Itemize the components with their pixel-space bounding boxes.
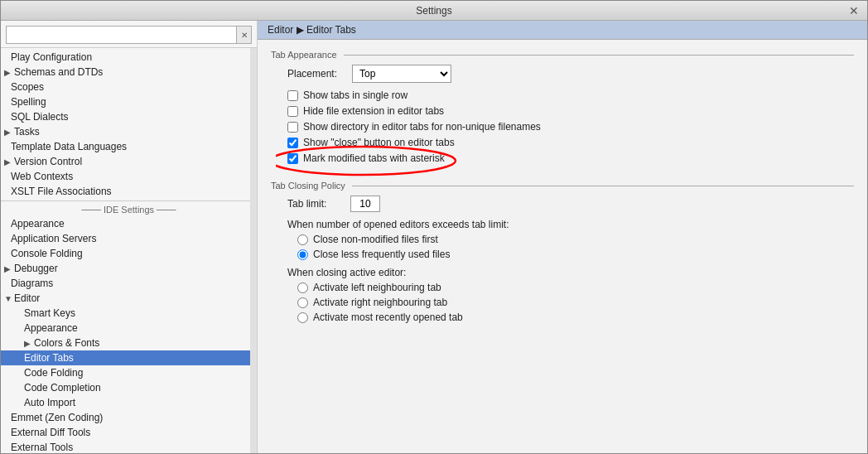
checkbox-close-button: Show "close" button on editor tabs [287,137,854,148]
radio-activate-recent: Activate most recently opened tab [297,312,854,323]
sidebar-item-emmet[interactable]: Emmet (Zen Coding) [1,410,257,425]
sidebar-item-xslt-file-associations[interactable]: XSLT File Associations [1,184,257,199]
sidebar-item-tasks[interactable]: ▶Tasks [1,124,257,139]
placement-row: Placement: Top Bottom Left Right None [287,65,854,83]
sidebar-item-code-completion[interactable]: Code Completion [1,380,257,395]
sidebar-item-editor-tabs[interactable]: Editor Tabs [1,350,257,365]
sidebar-item-auto-import[interactable]: Auto Import [1,395,257,410]
closing-radio-group: Activate left neighbouring tab Activate … [297,282,854,323]
left-panel: ✕ Play Configuration ▶Schemas and DTDs S… [1,21,258,453]
activate-right-radio[interactable] [297,297,308,308]
sidebar-item-console-folding[interactable]: Console Folding [1,246,257,261]
radio-close-less-frequent: Close less frequently used files [297,249,854,260]
sidebar-item-smart-keys[interactable]: Smart Keys [1,306,257,321]
when-closing-label: When closing active editor: [287,267,854,278]
close-button-label: Show "close" button on editor tabs [303,137,455,148]
sidebar-item-colors-fonts[interactable]: ▶Colors & Fonts [1,336,257,350]
close-less-frequent-radio[interactable] [297,249,308,260]
right-panel: Editor ▶ Editor Tabs Tab Appearance Plac… [258,21,867,453]
sidebar-item-external-tools[interactable]: External Tools [1,440,257,453]
left-panel-scrollbar[interactable] [250,48,257,453]
sidebar-item-scopes[interactable]: Scopes [1,80,257,94]
tab-closing-section: Tab Closing Policy Tab limit: When numbe… [271,181,854,323]
sidebar-item-diagrams[interactable]: Diagrams [1,276,257,291]
sidebar-item-sql-dialects[interactable]: SQL Dialects [1,109,257,124]
ide-settings-header: ─── IDE Settings ─── [1,200,257,216]
activate-recent-radio[interactable] [297,312,308,323]
checkbox-show-directory: Show directory in editor tabs for non-un… [287,121,854,133]
tab-limit-row: Tab limit: [287,196,854,212]
search-input[interactable] [6,26,237,44]
settings-content: Tab Appearance Placement: Top Bottom Lef… [258,40,867,340]
sidebar-item-code-folding[interactable]: Code Folding [1,365,257,380]
tab-limit-label: Tab limit: [287,198,345,210]
sidebar-item-template-data-languages[interactable]: Template Data Languages [1,139,257,154]
hide-extension-checkbox[interactable] [287,106,298,117]
checkbox-mark-modified: Mark modified tabs with asterisk [287,152,445,164]
sidebar-item-external-diff-tools[interactable]: External Diff Tools [1,425,257,440]
sidebar-item-appearance[interactable]: Appearance [1,216,257,231]
radio-activate-left: Activate left neighbouring tab [297,282,854,293]
sidebar-item-schemas-dtds[interactable]: ▶Schemas and DTDs [1,65,257,80]
mark-modified-label: Mark modified tabs with asterisk [303,152,445,164]
close-button-checkbox[interactable] [287,138,298,148]
single-row-checkbox[interactable] [287,90,298,101]
single-row-label: Show tabs in single row [303,89,407,101]
search-bar: ✕ [1,21,257,48]
tree-list: Play Configuration ▶Schemas and DTDs Sco… [1,48,257,453]
tab-appearance-section-title: Tab Appearance [271,50,854,60]
tab-closing-section-title: Tab Closing Policy [271,181,854,191]
sidebar-item-web-contexts[interactable]: Web Contexts [1,169,257,184]
breadcrumb-part1: Editor [268,24,293,36]
show-directory-label: Show directory in editor tabs for non-un… [303,121,541,133]
radio-activate-right: Activate right neighbouring tab [297,297,854,308]
settings-window: Settings ✕ ✕ Play Configuration ▶Schemas… [0,0,868,454]
checkbox-hide-extension: Hide file extension in editor tabs [287,105,854,117]
sidebar-item-appearance-editor[interactable]: Appearance [1,321,257,336]
breadcrumb-separator: ▶ [293,24,306,36]
sidebar-item-play-config[interactable]: Play Configuration [1,50,257,65]
search-clear-button[interactable]: ✕ [237,26,252,44]
tab-limit-input[interactable] [350,196,380,212]
activate-left-radio[interactable] [297,283,308,293]
radio-close-nonmodified: Close non-modified files first [297,234,854,245]
mark-modified-checkbox[interactable] [287,153,298,164]
exceeds-radio-group: Close non-modified files first Close les… [297,234,854,260]
placement-dropdown-wrap: Top Bottom Left Right None [352,65,451,83]
hide-extension-label: Hide file extension in editor tabs [303,105,444,117]
show-directory-checkbox[interactable] [287,122,298,133]
sidebar-item-application-servers[interactable]: Application Servers [1,231,257,246]
placement-select[interactable]: Top Bottom Left Right None [352,65,451,83]
sidebar-item-version-control[interactable]: ▶Version Control [1,154,257,169]
placement-label: Placement: [287,68,345,80]
tree-container: Play Configuration ▶Schemas and DTDs Sco… [1,48,257,453]
close-less-frequent-label: Close less frequently used files [313,249,450,260]
main-content: ✕ Play Configuration ▶Schemas and DTDs S… [1,21,867,453]
activate-right-label: Activate right neighbouring tab [313,297,447,308]
close-nonmodified-radio[interactable] [297,234,308,245]
breadcrumb-part2: Editor Tabs [306,24,356,36]
sidebar-item-spelling[interactable]: Spelling [1,94,257,109]
close-button[interactable]: ✕ [847,4,861,17]
activate-left-label: Activate left neighbouring tab [313,282,441,293]
breadcrumb: Editor ▶ Editor Tabs [258,21,867,40]
title-bar: Settings ✕ [1,1,867,21]
close-nonmodified-label: Close non-modified files first [313,234,438,245]
activate-recent-label: Activate most recently opened tab [313,312,463,323]
sidebar-item-editor[interactable]: ▼Editor [1,291,257,306]
sidebar-item-debugger[interactable]: ▶Debugger [1,261,257,276]
window-title: Settings [21,5,847,17]
when-exceeds-label: When number of opened editors exceeds ta… [287,219,854,230]
checkbox-single-row: Show tabs in single row [287,89,854,101]
